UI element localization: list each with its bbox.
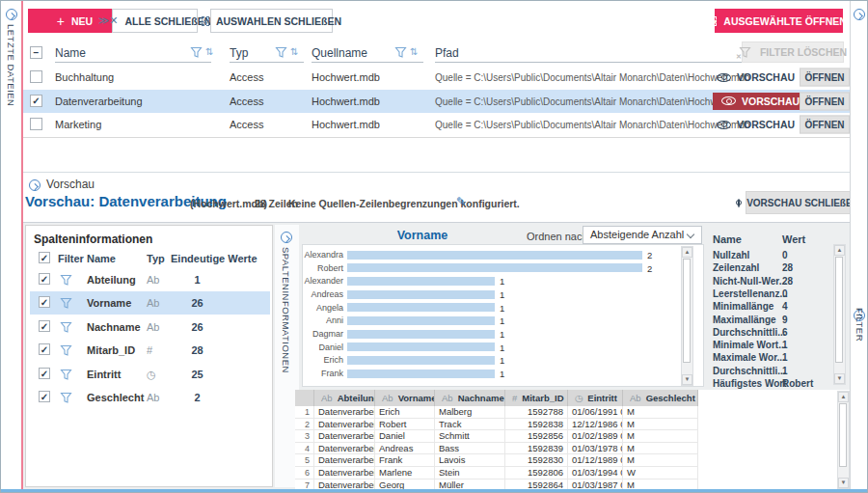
column-name: Vorname xyxy=(87,297,131,309)
table-row[interactable]: 6DatenverarbeitungMarleneStein159280601/… xyxy=(295,467,698,479)
table-cell: Datenverarbeitung xyxy=(314,454,375,467)
app-window: LETZTE DATEIEN + NEU ≫✕ ALLE SCHLIEßEN ✕… xyxy=(0,0,868,493)
column-info-select-all[interactable]: ✓ xyxy=(39,252,50,263)
file-row[interactable]: ✓DatenverarbeitungAccessHochwert.mdbQuel… xyxy=(23,90,859,114)
scroll-down-icon[interactable]: ▼ xyxy=(834,373,845,384)
bar-value: 1 xyxy=(500,302,504,313)
scrollbar-thumb[interactable] xyxy=(835,257,843,363)
expand-recent-files-icon[interactable] xyxy=(6,9,17,20)
table-cell: M xyxy=(623,406,698,419)
table-row[interactable]: 1DatenverarbeitungErichMalberg159278801/… xyxy=(295,406,698,419)
chart-bar-row[interactable]: Dagmar1 xyxy=(303,327,679,341)
edit-limit-icon[interactable]: ✎ xyxy=(456,195,466,208)
column-header-pfad[interactable]: Pfad xyxy=(435,43,787,63)
chart-bar-row[interactable]: Alexander1 xyxy=(303,274,679,288)
expand-top-right-icon[interactable] xyxy=(854,9,865,20)
table-cell: 01/06/1991 0... xyxy=(568,406,623,419)
column-filter-icon[interactable] xyxy=(60,391,72,403)
alle-schliessen-button[interactable]: ≫✕ ALLE SCHLIEßEN xyxy=(112,9,198,33)
name-sort-icon[interactable]: ⇅ xyxy=(205,46,213,57)
column-info-row[interactable]: ✓AbteilungAb1 xyxy=(30,268,270,291)
column-info-row[interactable]: ✓Mitarb_ID#28 xyxy=(30,339,270,362)
column-type-icon: ◷ xyxy=(575,393,583,403)
chart-bar-row[interactable]: Robert2 xyxy=(303,261,679,275)
table-scrollbar[interactable]: ▲ ▼ xyxy=(837,391,850,489)
table-row[interactable]: 2DatenverarbeitungRobertTrack159283812/1… xyxy=(295,419,698,431)
column-checkbox[interactable]: ✓ xyxy=(39,391,50,402)
column-header-name[interactable]: Name xyxy=(55,43,211,63)
auswahlen-schliessen-button[interactable]: ✕ AUSWAHLEN SCHLIEßEN xyxy=(210,9,333,33)
bar xyxy=(347,342,495,351)
column-filter-icon[interactable] xyxy=(60,320,72,333)
quellname-sort-icon[interactable]: ⇅ xyxy=(410,46,418,57)
scroll-up-icon[interactable]: ▲ xyxy=(834,245,845,256)
vorschau-button[interactable]: VORSCHAU xyxy=(713,93,808,110)
vorschau-button[interactable]: VORSCHAU xyxy=(717,119,795,130)
row-select-checkbox[interactable]: ✓ xyxy=(30,95,42,107)
vorschau-schliessen-button[interactable]: VORSCHAU SCHLIEßEN xyxy=(746,191,852,214)
filter-loeschen-button[interactable]: FILTER LÖSCHEN xyxy=(742,41,844,63)
stat-name: Nicht-Null-Wer... xyxy=(713,276,787,287)
bar-label: Alexander xyxy=(303,276,343,286)
row-select-checkbox[interactable] xyxy=(30,70,42,83)
column-filter-icon[interactable] xyxy=(60,273,72,286)
scroll-up-icon[interactable]: ▲ xyxy=(838,392,849,402)
column-checkbox[interactable]: ✓ xyxy=(39,296,50,308)
chart-scrollbar[interactable]: ▲ ▼ xyxy=(681,246,693,386)
typ-filter-icon[interactable] xyxy=(275,45,287,58)
oeffnen-button[interactable]: ÖFFNEN xyxy=(800,116,850,134)
chart-bar-row[interactable]: Anni1 xyxy=(303,315,679,328)
quellname-filter-icon[interactable] xyxy=(394,45,407,58)
scrollbar-thumb[interactable] xyxy=(683,259,691,363)
column-checkbox[interactable]: ✓ xyxy=(39,368,50,379)
column-info-row[interactable]: ✓VornameAb26 xyxy=(30,291,270,315)
table-row[interactable]: 4DatenverarbeitungAndreasBass159283901/0… xyxy=(295,443,698,455)
chart-bar-row[interactable]: Erich1 xyxy=(303,354,679,368)
collapse-preview-icon[interactable] xyxy=(29,179,41,191)
data-column-header[interactable]: AbAbteilung xyxy=(314,390,375,406)
chart-bar-row[interactable]: Angela1 xyxy=(303,301,679,315)
file-row[interactable]: MarketingAccessHochwert.mdbQuelle = C:\U… xyxy=(23,113,859,137)
column-filter-icon[interactable] xyxy=(60,296,72,309)
scrollbar-thumb[interactable] xyxy=(839,403,847,467)
column-filter-icon[interactable] xyxy=(60,343,72,356)
sort-order-dropdown[interactable]: Absteigende Anzahl xyxy=(583,226,702,244)
scroll-down-icon[interactable]: ▼ xyxy=(838,478,849,488)
ausgewaehlte-oeffnen-button[interactable]: ■ AUSGEWÄHLTE ÖFFNEN xyxy=(715,9,843,33)
typ-sort-icon[interactable]: ⇅ xyxy=(290,46,298,57)
chart-bar-row[interactable]: Alexandra2 xyxy=(303,248,679,261)
data-column-header[interactable]: ◷Eintritt xyxy=(568,390,623,406)
column-info-row[interactable]: ✓Eintritt◷25 xyxy=(30,363,270,386)
collapse-column-info-icon[interactable] xyxy=(281,232,292,243)
column-info-row[interactable]: ✓NachnameAb26 xyxy=(30,315,270,339)
file-row[interactable]: BuchhaltungAccessHochwert.mdbQuelle = C:… xyxy=(23,66,859,90)
column-checkbox[interactable]: ✓ xyxy=(39,343,50,355)
scroll-down-icon[interactable]: ▼ xyxy=(682,374,692,385)
data-column-header[interactable]: AbGeschlecht xyxy=(623,390,698,406)
column-checkbox[interactable]: ✓ xyxy=(39,273,50,285)
column-header-typ-label: Typ xyxy=(230,46,248,60)
eye-icon xyxy=(721,96,736,105)
stats-wert-header: Wert xyxy=(782,233,805,245)
data-column-header[interactable]: AbVorname xyxy=(375,390,435,406)
oeffnen-button[interactable]: ÖFFNEN xyxy=(800,92,850,110)
column-info-header-filter: Filter xyxy=(58,253,84,264)
table-cell: Erich xyxy=(375,406,435,419)
data-column-header[interactable]: AbNachname xyxy=(435,390,505,406)
column-checkbox[interactable]: ✓ xyxy=(39,320,50,332)
chart-bar-row[interactable]: Daniel1 xyxy=(303,341,679,354)
oeffnen-button[interactable]: ÖFFNEN xyxy=(800,68,850,87)
row-select-checkbox[interactable] xyxy=(30,118,42,130)
stats-scrollbar[interactable]: ▲ ▼ xyxy=(833,244,846,385)
column-filter-icon[interactable] xyxy=(60,368,72,380)
table-row[interactable]: 3DatenverarbeitungDanielSchmitt159285601… xyxy=(295,430,698,443)
scroll-up-icon[interactable]: ▲ xyxy=(682,247,692,258)
name-filter-icon[interactable] xyxy=(190,45,203,58)
data-column-header[interactable]: #Mitarb_ID xyxy=(505,390,568,406)
column-info-row[interactable]: ✓GeschlechtAb2 xyxy=(30,386,270,409)
chart-bar-row[interactable]: Andreas1 xyxy=(303,288,679,301)
chart-bar-row[interactable]: Frank1 xyxy=(303,367,679,380)
select-all-checkbox[interactable]: − xyxy=(30,46,42,59)
vorschau-button[interactable]: VORSCHAU xyxy=(717,71,795,83)
table-row[interactable]: 5DatenverarbeitungFrankLavois159283001/1… xyxy=(295,454,698,467)
